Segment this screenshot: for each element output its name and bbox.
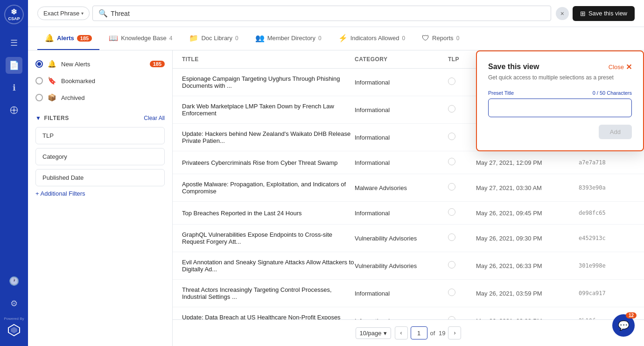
view-option-bookmarked[interactable]: 🔖 Bookmarked: [35, 75, 165, 87]
sidebar-settings-icon[interactable]: ⚙: [6, 295, 22, 312]
sidebar-menu-icon[interactable]: ☰: [6, 35, 22, 51]
tab-doc-library[interactable]: 📁 Doc Library 0: [182, 27, 245, 50]
doc-library-tab-count: 0: [235, 35, 238, 42]
new-alerts-label: New Alerts: [61, 61, 145, 68]
member-directory-tab-label: Member Directory: [267, 35, 315, 42]
filter-category[interactable]: Category: [35, 148, 165, 165]
tab-alerts[interactable]: 🔔 Alerts 185: [37, 27, 99, 50]
row-category: Vulnerability Advisories: [355, 262, 448, 269]
row-title: Update: Data Breach at US Healthcare Non…: [182, 314, 355, 319]
page-number-input[interactable]: [411, 326, 427, 339]
member-directory-tab-icon: 👥: [255, 34, 265, 42]
table-row[interactable]: Privateers Cybercriminals Rise from Cybe…: [173, 151, 644, 174]
radio-archived[interactable]: [35, 94, 43, 101]
row-category: Informational: [355, 79, 448, 86]
archived-icon: 📦: [48, 93, 56, 102]
doc-library-tab-label: Doc Library: [201, 35, 232, 42]
filter-tlp[interactable]: TLP: [35, 127, 165, 144]
save-view-icon: ⊞: [580, 10, 586, 17]
radio-bookmarked[interactable]: [35, 77, 43, 85]
filter-type-dropdown[interactable]: Exact Phrase ▾: [37, 7, 90, 20]
table-row[interactable]: Apostle Malware: Propagation, Exploitati…: [173, 174, 644, 202]
save-view-button[interactable]: ⊞ Save this view: [573, 6, 635, 21]
new-alerts-badge: 185: [150, 61, 165, 67]
sidebar-doc-icon[interactable]: 📄: [6, 57, 22, 74]
per-page-chevron-icon: ▾: [384, 330, 387, 337]
indicators-tab-label: Indicators Allowed: [350, 35, 399, 42]
row-tlp: [448, 233, 476, 243]
popup-close-button[interactable]: Close ✕: [609, 63, 632, 71]
tab-member-directory[interactable]: 👥 Member Directory 0: [248, 27, 329, 50]
row-title: Espionage Campaign Targeting Uyghurs Thr…: [182, 75, 355, 89]
popup-description: Get quick access to multiple selections …: [488, 74, 632, 81]
row-hash: 099ca917: [579, 290, 635, 297]
row-date: May 27, 2021, 03:30 AM: [476, 184, 579, 191]
additional-filters-button[interactable]: + Additional Filters: [35, 190, 165, 197]
add-btn-area: Add: [488, 125, 632, 139]
page-nav: ‹ of 19 ›: [395, 326, 462, 339]
table-row[interactable]: Evil Annotation and Sneaky Signature Att…: [173, 252, 644, 280]
row-tlp: [448, 261, 476, 270]
row-date: May 26, 2021, 03:59 PM: [476, 290, 579, 297]
app-logo[interactable]: ❄ CSAP: [4, 5, 24, 24]
chat-widget[interactable]: 💬 12: [612, 314, 635, 337]
table-row[interactable]: Top Breaches Reported in the Last 24 Hou…: [173, 202, 644, 225]
search-filter-area: Exact Phrase ▾ 🔍: [37, 6, 551, 21]
popup-header: Save this view Close ✕: [488, 63, 632, 71]
row-tlp: [448, 289, 476, 298]
view-option-archived[interactable]: 📦 Archived: [35, 92, 165, 104]
reports-tab-label: Reports: [432, 35, 454, 42]
knowledge-tab-count: 4: [169, 35, 173, 42]
preset-title-input[interactable]: [494, 104, 626, 112]
reports-tab-count: 0: [456, 35, 460, 42]
sidebar-info-icon[interactable]: ℹ: [6, 79, 22, 96]
row-tlp: [448, 78, 476, 87]
row-tlp: [448, 316, 476, 319]
clear-search-button[interactable]: ×: [556, 7, 569, 20]
filter-funnel-icon: ▼: [35, 115, 41, 121]
tabs-bar: 🔔 Alerts 185 📖 Knowledge Base 4 📁 Doc Li…: [28, 27, 644, 50]
row-date: May 27, 2021, 12:09 PM: [476, 159, 579, 166]
row-category: Informational: [355, 106, 448, 113]
row-hash: 8393e90a: [579, 184, 635, 191]
row-tlp: [448, 183, 476, 192]
tab-knowledge[interactable]: 📖 Knowledge Base 4: [101, 27, 180, 50]
sidebar-clock-icon[interactable]: 🕐: [6, 273, 22, 290]
table-row[interactable]: GraphQL Vulnerabilities Expose Endpoints…: [173, 225, 644, 252]
alerts-tab-badge: 185: [77, 35, 92, 42]
search-box: 🔍: [92, 6, 551, 21]
knowledge-tab-label: Knowledge Base: [121, 35, 167, 42]
search-input[interactable]: [111, 10, 545, 17]
prev-page-button[interactable]: ‹: [395, 326, 408, 339]
row-title: GraphQL Vulnerabilities Expose Endpoints…: [182, 231, 355, 245]
filter-published-date[interactable]: Published Date: [35, 169, 165, 186]
row-title: Evil Annotation and Sneaky Signature Att…: [182, 259, 355, 273]
table-row[interactable]: Update: Data Breach at US Healthcare Non…: [173, 307, 644, 319]
table-row[interactable]: Threat Actors Increasingly Targeting Con…: [173, 280, 644, 307]
row-title: Threat Actors Increasingly Targeting Con…: [182, 286, 355, 300]
filter-type-label: Exact Phrase: [43, 10, 79, 17]
view-option-new-alerts[interactable]: 🔔 New Alerts 185: [35, 58, 165, 70]
clear-all-button[interactable]: Clear All: [144, 115, 165, 121]
svg-marker-7: [11, 327, 17, 333]
content-area: 🔔 New Alerts 185 🔖 Bookmarked 📦 Archived: [28, 50, 644, 346]
filters-header: ▼ FILTERS Clear All: [35, 115, 165, 121]
view-options: 🔔 New Alerts 185 🔖 Bookmarked 📦 Archived: [35, 58, 165, 104]
sidebar-network-icon[interactable]: [6, 102, 22, 119]
per-page-selector[interactable]: 10/page ▾: [356, 327, 391, 339]
col-tlp: TLP: [448, 56, 476, 63]
save-popup-container: Save this view Close ✕ Get quick access …: [637, 50, 644, 58]
preset-title-label: Preset Title 0 / 50 Characters: [488, 90, 632, 96]
topbar: Exact Phrase ▾ 🔍 × ⊞ Save this view: [28, 0, 644, 27]
radio-new-alerts[interactable]: [35, 60, 43, 68]
next-page-button[interactable]: ›: [448, 326, 461, 339]
add-preset-button[interactable]: Add: [599, 125, 632, 139]
filters-title: ▼ FILTERS: [35, 115, 69, 121]
row-tlp: [448, 105, 476, 114]
bookmarked-icon: 🔖: [48, 77, 56, 85]
indicators-tab-count: 0: [402, 35, 405, 42]
tab-reports[interactable]: 🛡 Reports 0: [414, 28, 467, 50]
alerts-tab-icon: 🔔: [45, 34, 54, 42]
tab-indicators[interactable]: ⚡ Indicators Allowed 0: [331, 27, 413, 50]
row-hash: a7e7a718: [579, 159, 635, 166]
